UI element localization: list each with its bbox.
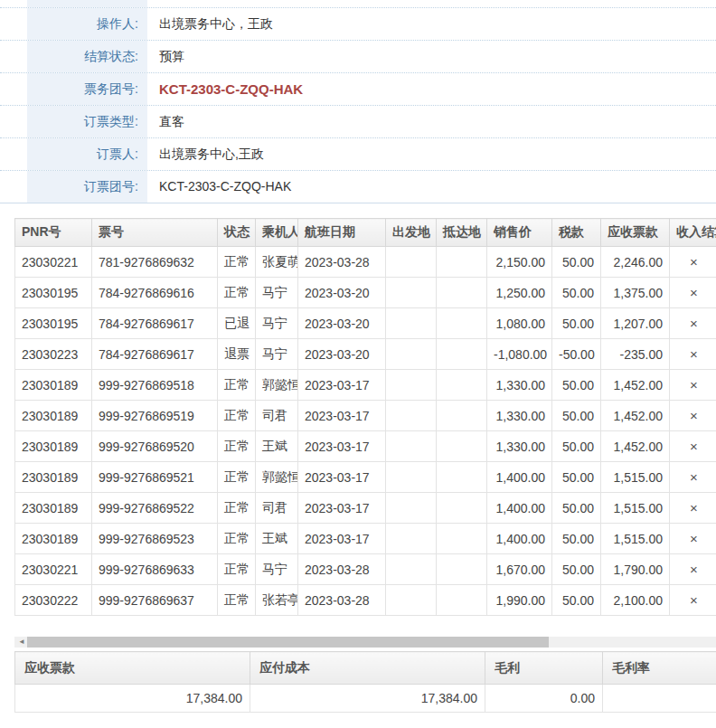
departure-cell [386, 339, 437, 370]
departure-cell [386, 370, 437, 401]
settlement-status-value: 预算 [147, 41, 184, 72]
arrival-cell [437, 278, 487, 308]
pnr-cell: 23030195 [15, 308, 92, 339]
pnr-cell: 23030189 [15, 493, 92, 524]
summary-table: 应收票款 应付成本 毛利 毛利率 17,384.00 17,384.00 0.0… [14, 651, 716, 713]
sale-price-cell: 1,400.00 [487, 524, 552, 554]
tax-cell: 50.00 [552, 493, 601, 524]
gross-profit-rate-value [603, 685, 716, 713]
arrival-cell [437, 554, 487, 585]
flight-date-cell: 2023-03-20 [298, 308, 386, 339]
horizontal-scrollbar[interactable]: ◄ [14, 637, 716, 648]
pnr-cell: 23030222 [15, 585, 92, 616]
passenger-cell: 司君 [256, 401, 298, 431]
status-cell: 退票 [218, 339, 256, 370]
flight-date-cell: 2023-03-17 [298, 493, 386, 524]
ticket-row: 23030222999-9276869637正常张若亭2023-03-281,9… [15, 585, 716, 616]
ticket-row: 23030195784-9276869616正常马宁2023-03-201,25… [15, 278, 716, 308]
status-cell: 正常 [218, 462, 256, 493]
pnr-cell: 23030189 [15, 524, 92, 554]
income-settlement-flag: × [670, 554, 716, 585]
income-settlement-flag: × [670, 370, 716, 401]
receivable-total-value: 17,384.00 [15, 685, 250, 713]
departure-cell [386, 493, 437, 524]
sale-price-cell: 1,400.00 [487, 462, 552, 493]
ticket-row: 23030189999-9276869522正常司君2023-03-171,40… [15, 493, 716, 524]
departure-cell [386, 524, 437, 554]
ticket-no-cell: 999-9276869523 [92, 524, 218, 554]
pnr-cell: 23030189 [15, 370, 92, 401]
departure-cell [386, 554, 437, 585]
ticket-row: 23030189999-9276869518正常郭懿恒2023-03-171,3… [15, 370, 716, 401]
ticket-no-cell: 784-9276869616 [92, 278, 218, 308]
departure-cell [386, 401, 437, 431]
ticket-no-cell: 999-9276869633 [92, 554, 218, 585]
ticket-row: 23030189999-9276869519正常司君2023-03-171,33… [15, 401, 716, 431]
ticket-row: 23030189999-9276869523正常王斌2023-03-171,40… [15, 524, 716, 554]
summary-value-row: 17,384.00 17,384.00 0.00 [15, 685, 716, 713]
ticket-row: 23030221999-9276869633正常马宁2023-03-281,67… [15, 554, 716, 585]
sale-price-cell: 1,330.00 [487, 431, 552, 462]
arrival-cell [437, 401, 487, 431]
passenger-cell: 张夏萌 [256, 247, 298, 278]
receivable-cell: 1,452.00 [601, 370, 670, 401]
tax-cell: 50.00 [552, 524, 601, 554]
booking-group-no-label: 订票团号: [27, 171, 147, 203]
ticket-row: 23030189999-9276869520正常王斌2023-03-171,33… [15, 431, 716, 462]
summary-header-row: 应收票款 应付成本 毛利 毛利率 [15, 652, 716, 685]
scrollbar-thumb[interactable] [27, 637, 549, 648]
income-settlement-flag: × [670, 278, 716, 308]
tax-cell: 50.00 [552, 370, 601, 401]
form-row-settlement-status: 结算状态:预算 [0, 41, 716, 73]
col-tax: 税款 [552, 219, 601, 247]
income-settlement-flag: × [670, 431, 716, 462]
ticket-group-no-label: 票务团号: [27, 73, 147, 105]
income-settlement-flag: × [670, 308, 716, 339]
pnr-cell: 23030195 [15, 278, 92, 308]
ticket-row: 23030195784-9276869617已退马宁2023-03-201,08… [15, 308, 716, 339]
col-departure: 出发地 [386, 219, 437, 247]
passenger-cell: 马宁 [256, 339, 298, 370]
booking-info-form: 操作人:出境票务中心，王政结算状态:预算票务团号:KCT-2303-C-ZQQ-… [0, 0, 716, 203]
sale-price-cell: 1,250.00 [487, 278, 552, 308]
status-cell: 正常 [218, 493, 256, 524]
col-ticket-no: 票号 [92, 219, 218, 247]
col-gross-profit-rate: 毛利率 [603, 652, 716, 685]
pnr-cell: 23030189 [15, 462, 92, 493]
tickets-table-viewport: PNR号票号状态乘机人航班日期出发地抵达地销售价税款应收票款收入结算 23030… [14, 218, 716, 616]
pnr-cell: 23030189 [15, 431, 92, 462]
col-pnr: PNR号 [15, 219, 92, 247]
arrival-cell [437, 308, 487, 339]
income-settlement-flag: × [670, 585, 716, 616]
departure-cell [386, 431, 437, 462]
form-row-booking-group-no: 订票团号:KCT-2303-C-ZQQ-HAK [0, 171, 716, 203]
scroll-left-arrow-icon[interactable]: ◄ [16, 637, 27, 648]
booker-label: 订票人: [27, 138, 147, 170]
sale-price-cell: 1,080.00 [487, 308, 552, 339]
departure-cell [386, 278, 437, 308]
passenger-cell: 郭懿恒 [256, 370, 298, 401]
ticket-row: 23030221781-9276869632正常张夏萌2023-03-282,1… [15, 247, 716, 278]
passenger-cell: 马宁 [256, 308, 298, 339]
arrival-cell [437, 462, 487, 493]
receivable-cell: 1,452.00 [601, 401, 670, 431]
passenger-cell: 王斌 [256, 431, 298, 462]
income-settlement-flag: × [670, 247, 716, 278]
arrival-cell [437, 431, 487, 462]
pnr-cell: 23030223 [15, 339, 92, 370]
status-cell: 已退 [218, 308, 256, 339]
col-status: 状态 [218, 219, 256, 247]
col-payable-cost: 应付成本 [250, 652, 485, 685]
tickets-body: 23030221781-9276869632正常张夏萌2023-03-282,1… [15, 247, 716, 616]
receivable-cell: 1,515.00 [601, 493, 670, 524]
booker-value: 出境票务中心,王政 [147, 138, 264, 170]
ticket-no-cell: 999-9276869522 [92, 493, 218, 524]
income-settlement-flag: × [670, 401, 716, 431]
passenger-cell: 王斌 [256, 524, 298, 554]
tax-cell: 50.00 [552, 585, 601, 616]
receivable-cell: 1,515.00 [601, 462, 670, 493]
passenger-cell: 张若亭 [256, 585, 298, 616]
passenger-cell: 司君 [256, 493, 298, 524]
departure-cell [386, 585, 437, 616]
ticket-no-cell: 784-9276869617 [92, 308, 218, 339]
